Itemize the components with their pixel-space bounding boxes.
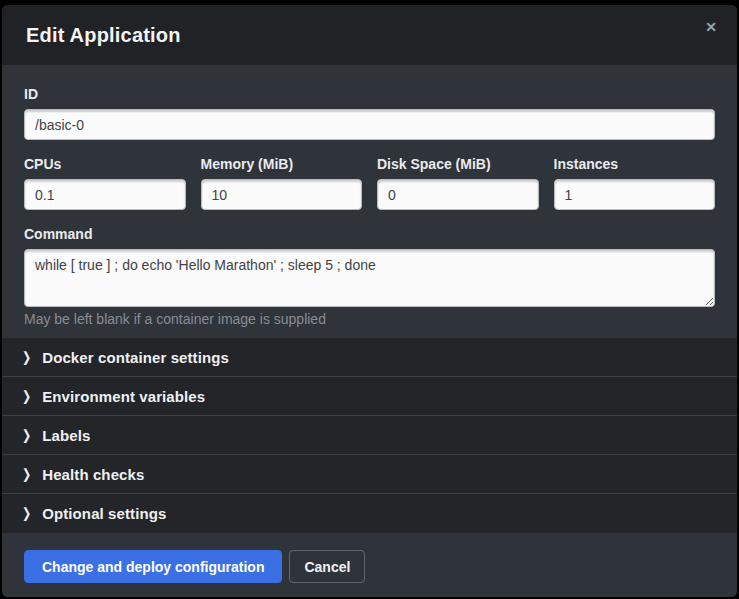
instances-label: Instances <box>554 156 716 173</box>
accordion-sections: ❯ Docker container settings ❯ Environmen… <box>2 338 737 533</box>
memory-label: Memory (MiB) <box>201 156 363 173</box>
resources-row: CPUs Memory (MiB) Disk Space (MiB) Insta… <box>24 156 715 210</box>
chevron-right-icon: ❯ <box>22 427 31 443</box>
disk-input[interactable] <box>377 179 539 210</box>
modal-footer: Change and deploy configuration Cancel <box>2 533 737 597</box>
close-icon[interactable]: ✕ <box>701 16 721 38</box>
command-field-group: Command while [ true ] ; do echo 'Hello … <box>24 226 715 328</box>
section-docker-container-settings[interactable]: ❯ Docker container settings <box>2 338 737 377</box>
section-label: Environment variables <box>42 388 205 405</box>
section-labels[interactable]: ❯ Labels <box>2 416 737 455</box>
id-input[interactable] <box>24 109 715 140</box>
modal-header: Edit Application ✕ <box>2 5 737 65</box>
command-help-text: May be left blank if a container image i… <box>24 311 715 328</box>
chevron-right-icon: ❯ <box>22 388 31 404</box>
cancel-button[interactable]: Cancel <box>289 550 365 583</box>
command-label: Command <box>24 226 715 243</box>
command-textarea[interactable]: while [ true ] ; do echo 'Hello Marathon… <box>24 249 715 307</box>
instances-input[interactable] <box>554 179 716 210</box>
disk-label: Disk Space (MiB) <box>377 156 539 173</box>
cpus-label: CPUs <box>24 156 186 173</box>
change-and-deploy-button[interactable]: Change and deploy configuration <box>24 550 282 583</box>
chevron-right-icon: ❯ <box>22 349 31 365</box>
section-label: Labels <box>42 427 90 444</box>
cpus-field-group: CPUs <box>24 156 186 210</box>
chevron-right-icon: ❯ <box>22 466 31 482</box>
cpus-input[interactable] <box>24 179 186 210</box>
instances-field-group: Instances <box>554 156 716 210</box>
modal-title: Edit Application <box>26 24 181 47</box>
section-environment-variables[interactable]: ❯ Environment variables <box>2 377 737 416</box>
section-health-checks[interactable]: ❯ Health checks <box>2 455 737 494</box>
section-label: Optional settings <box>42 505 166 522</box>
edit-application-modal: Edit Application ✕ ID CPUs Memory (MiB) … <box>2 5 737 597</box>
section-label: Health checks <box>42 466 144 483</box>
id-field-group: ID <box>24 86 715 140</box>
section-label: Docker container settings <box>42 349 229 366</box>
chevron-right-icon: ❯ <box>22 505 31 521</box>
application-form: ID CPUs Memory (MiB) Disk Space (MiB) In… <box>2 65 737 338</box>
disk-field-group: Disk Space (MiB) <box>377 156 539 210</box>
memory-field-group: Memory (MiB) <box>201 156 363 210</box>
id-label: ID <box>24 86 715 103</box>
section-optional-settings[interactable]: ❯ Optional settings <box>2 494 737 533</box>
memory-input[interactable] <box>201 179 363 210</box>
